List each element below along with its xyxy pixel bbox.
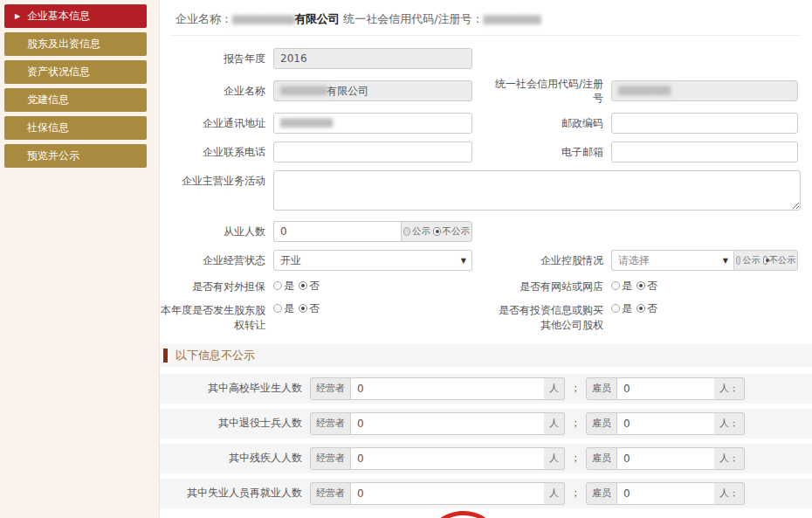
unit-addon: 人； [714,447,745,470]
disabled-persons-row: 其中残疾人人数 经营者 人 ； 雇员 人； [160,444,812,473]
status-select[interactable]: 开业 ▼ [273,250,472,271]
unit-addon: 人； [714,412,745,435]
credit-code-redacted: ███████████ [484,16,540,24]
reemployed-operator-input[interactable] [351,482,544,505]
phone-input[interactable] [273,142,472,162]
employee-addon: 雇员 [586,377,617,400]
no-publish-radio[interactable] [433,227,440,236]
graduates-row: 其中高校毕业生人数 经营者 人 ； 雇员 人； [160,374,812,404]
investment-yes-radio[interactable] [611,304,620,313]
page-header: 企业名称：████████████有限公司 统一社会信用代码/注册号：█████… [170,0,802,36]
sidebar-item-preview-publish[interactable]: 预览并公示 [4,144,147,168]
holding-publish-radio-group[interactable]: 公示 不公示 [733,250,798,271]
unit-addon: 人 [544,377,565,400]
disabled-persons-label: 其中残疾人人数 [160,451,310,466]
veterans-employee-input[interactable] [617,412,714,435]
sidebar-item-label: 企业基本信息 [27,10,90,22]
dropdown-caret-icon: ▼ [461,257,466,265]
reemployed-row: 其中失业人员再就业人数 经营者 人 ； 雇员 人； [160,479,812,508]
publish-radio[interactable] [403,227,410,236]
company-name-input: █████████ 有限公司 [273,80,472,101]
active-arrow-icon: ▶ [15,4,20,28]
holding-label: 企业控股情况 [472,253,611,267]
sidebar-item-social-security[interactable]: 社保信息 [4,116,147,140]
employees-publish-radio-group[interactable]: 公示 不公示 [401,221,472,242]
report-year-label: 报告年度 [160,52,273,66]
credit-code-field-label: 统一社会信用代码/注册 号 [472,77,611,105]
unit-addon: 人 [544,412,565,435]
veterans-operator-input[interactable] [351,412,544,435]
operator-addon: 经营者 [310,447,351,470]
disabled-operator-input[interactable] [351,447,544,470]
postcode-input[interactable] [611,113,798,134]
unit-addon: 人 [544,482,565,505]
graduates-employee-input[interactable] [617,377,714,400]
investment-no-radio[interactable] [637,304,645,313]
guarantee-yes-radio[interactable] [273,281,282,290]
email-input[interactable] [611,142,798,162]
email-label: 电子邮箱 [472,145,611,159]
sidebar-item-party-building[interactable]: 党建信息 [4,88,147,112]
company-name-field-label: 企业名称 [160,84,273,98]
address-input[interactable]: ██████████ [273,113,472,134]
sidebar-item-basic-info[interactable]: ▶ 企业基本信息 [4,4,147,28]
guarantee-no-radio[interactable] [299,281,307,290]
sidebar-item-label: 股东及出资信息 [27,38,100,50]
address-label: 企业通讯地址 [160,116,273,130]
graduates-label: 其中高校毕业生人数 [160,381,310,396]
sidebar-item-label: 社保信息 [27,121,69,134]
sidebar-item-label: 党建信息 [27,93,69,106]
annual-report-form: 报告年度 2016 企业名称 █████████ 有限公司 统一社会信用代码/注… [160,36,812,518]
transfer-no-radio[interactable] [299,304,307,313]
section-marker-bar [163,349,168,363]
dropdown-caret-icon: ▼ [723,257,728,265]
sidebar: ▶ 企业基本信息 股东及出资信息 资产状况信息 党建信息 社保信息 预览并公示 [4,4,147,172]
website-label: 是否有网站或网店 [472,280,611,294]
veterans-row: 其中退役士兵人数 经营者 人 ； 雇员 人； [160,409,812,439]
veterans-label: 其中退役士兵人数 [160,416,310,431]
postcode-label: 邮政编码 [472,116,611,130]
sidebar-item-assets[interactable]: 资产状况信息 [4,60,147,84]
operator-addon: 经营者 [310,482,351,505]
operator-addon: 经营者 [310,412,351,435]
employees-label: 从业人数 [160,224,273,238]
credit-code-input: ██████████ [611,80,798,101]
unit-addon: 人 [544,447,565,470]
reemployed-label: 其中失业人员再就业人数 [160,486,310,501]
company-name-redacted: ████████████ [232,16,294,24]
save-annotation-circle [430,508,492,518]
holding-select[interactable]: 请选择 ▼ [611,250,733,271]
employee-addon: 雇员 [586,482,617,505]
website-yes-radio[interactable] [611,281,620,290]
report-year-input: 2016 [273,48,472,69]
phone-label: 企业联系电话 [160,145,273,159]
non-public-section-header: 以下信息不公示 [160,344,812,367]
transfer-yes-radio[interactable] [273,304,282,313]
disabled-employee-input[interactable] [617,447,714,470]
reemployed-employee-input[interactable] [617,482,714,505]
unit-addon: 人； [714,377,745,400]
employee-addon: 雇员 [586,447,617,470]
business-textarea[interactable] [273,170,801,211]
no-publish-radio[interactable] [763,256,767,265]
sidebar-item-shareholders[interactable]: 股东及出资信息 [4,32,147,56]
website-no-radio[interactable] [637,281,645,290]
company-name-suffix: 有限公司 [294,12,340,25]
credit-code-label: 统一社会信用代码/注册号： [343,12,483,25]
employee-addon: 雇员 [586,412,617,435]
investment-label: 是否有投资信息或购买 其他公司股权 [472,300,611,331]
sidebar-item-label: 资产状况信息 [27,66,90,78]
guarantee-label: 是否有对外担保 [160,280,273,294]
unit-addon: 人； [714,482,745,505]
publish-radio[interactable] [736,256,740,265]
operator-addon: 经营者 [310,377,351,400]
sidebar-item-label: 预览并公示 [27,149,79,162]
company-name-label: 企业名称： [175,12,232,25]
employees-input[interactable] [273,221,401,242]
business-label: 企业主营业务活动 [160,170,273,188]
graduates-operator-input[interactable] [351,377,544,400]
main-panel: 企业名称：████████████有限公司 统一社会信用代码/注册号：█████… [160,0,812,518]
section-title: 以下信息不公示 [175,348,255,363]
equity-transfer-label: 本年度是否发生股东股 权转让 [160,300,273,331]
status-label: 企业经营状态 [160,253,273,267]
